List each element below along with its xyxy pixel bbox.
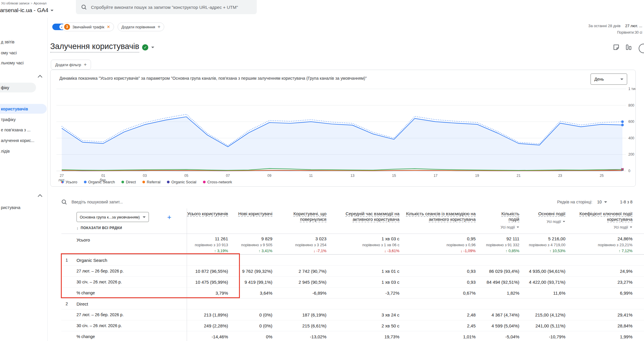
search-icon (61, 199, 67, 205)
column-header-title[interactable]: Середній час взаємодії на активного кори… (326, 211, 399, 222)
table-cell: 213 (1,89%) (187, 309, 228, 320)
table-cell: -5,04% (476, 331, 519, 341)
table-cell: 9 419 (99,1%) (228, 277, 272, 287)
table-cell: 6,99% (565, 288, 632, 298)
column-header-title[interactable]: Коефіцієнт ключової події користувача (565, 211, 632, 222)
table-cell: 5 216,00порівняно з 4 719,00↑ 10,53% (519, 236, 565, 254)
column-header-7: Основні подіїУсі події (519, 208, 565, 234)
column-header-title[interactable]: Основні події (538, 211, 565, 216)
show-all-rows-label: ПОКАЗАТИ ВСІ РЯДКИ (81, 225, 122, 231)
arrow-down-icon: ↓ (384, 249, 386, 253)
table-row[interactable]: % change3,79%3,64%-6,89%-3,72%0,67%1,82%… (61, 287, 644, 298)
sidebar-item-д-звітів[interactable]: д звітів (0, 37, 44, 47)
column-events-dropdown[interactable]: Усі події (501, 224, 519, 230)
metric-compare: порівняно з 3 254 (295, 243, 326, 247)
sidebar-item-льному-часі[interactable]: льному часі (0, 58, 44, 68)
table-row-group-header[interactable]: 1Organic Search (61, 254, 644, 265)
report-title-caret-icon[interactable] (151, 47, 154, 48)
sort-descending-icon[interactable]: ↓ (191, 211, 193, 217)
legend-item-усього[interactable]: Усього (61, 180, 77, 184)
table-row[interactable]: % change-14,46%0%-13,02%19,73%1,01%-5,04… (61, 331, 644, 341)
arrow-down-icon: ↓ (461, 249, 463, 253)
legend-label: Cross-network (207, 180, 232, 184)
property-caret-icon (51, 10, 53, 11)
sidebar-item-лідів[interactable]: лідів (0, 146, 44, 156)
collapse-section-icon[interactable] (38, 75, 43, 80)
collapse-section-icon[interactable] (38, 194, 43, 199)
global-search-input[interactable] (90, 4, 251, 10)
note-icon[interactable] (613, 44, 620, 51)
sidebar-item-алучення-корис-[interactable]: алучення корис... (0, 136, 44, 145)
table-row[interactable]: 30 січ. – 26 лют. 2026 р.249 (2,28%)0 (0… (61, 320, 644, 331)
remove-comparison-icon[interactable]: ✕ (107, 25, 110, 29)
table-pager: Рядків на сторінці: 10 1-8 з 8 (557, 195, 632, 208)
x-axis-label: 17 (434, 174, 438, 178)
breadcrumb-property[interactable]: Арсенал (34, 1, 47, 5)
global-search-bar[interactable] (76, 0, 257, 14)
channel-name: Direct (77, 301, 88, 306)
legend-dot (84, 181, 87, 183)
compare-range-label: Порівняти:30 сі (588, 30, 642, 35)
table-cell: 4 367 (4,74%) (476, 309, 519, 320)
add-dimension-button[interactable]: + (167, 214, 171, 220)
table-row[interactable]: 27 лют. – 26 бер. 2026 р.213 (1,89%)0 (0… (61, 309, 644, 320)
column-events-dropdown[interactable]: Усі події (547, 219, 565, 224)
plus-icon: + (84, 62, 87, 68)
dimension-dropdown-value: Основна група к...за умовчанням) (80, 214, 140, 220)
channels-table: Рядків на сторінці: 10 1-8 з 8 Основна г… (61, 195, 644, 341)
compare-reports-icon[interactable] (625, 44, 632, 51)
column-header-title[interactable]: Нові користувачі (238, 211, 272, 216)
legend-item-organic-social[interactable]: Organic Social (167, 180, 196, 184)
chevron-down-icon (563, 221, 565, 222)
sidebar-item-е-пов-язана-з-[interactable]: е пов'язана з ... (0, 125, 44, 135)
table-search-input[interactable] (71, 199, 220, 205)
metric-delta: ↑ 3,41% (258, 249, 272, 253)
sidebar-item-користувачів[interactable]: користувачів (0, 104, 47, 114)
add-comparison-chip[interactable]: Додати порівняння + (118, 22, 164, 31)
legend-item-referral[interactable]: Referral (142, 180, 160, 184)
breadcrumb-account[interactable]: Усі облікові записи (1, 1, 29, 5)
sidebar-item-трафіку[interactable]: трафіку (0, 115, 44, 124)
sidebar-item-ристувача[interactable]: ристувача (0, 203, 44, 212)
comparison-chip[interactable]: 3 Звичайний трафік ✕ (62, 22, 114, 31)
y-axis-label: 0 (628, 169, 630, 173)
breadcrumb[interactable]: Усі облікові записи>Арсенал (1, 1, 46, 5)
metric-compare: порівняно з 0,96 (447, 243, 476, 247)
show-all-rows-button[interactable]: ↕ ПОКАЗАТИ ВСІ РЯДКИ (77, 225, 122, 231)
legend-dot (121, 181, 124, 183)
column-header-title[interactable]: Кількість сеансів із взаємодією на актив… (399, 211, 476, 222)
legend-label: Organic Social (171, 180, 196, 184)
dimension-dropdown[interactable]: Основна група к...за умовчанням) (77, 212, 149, 222)
row-label: 30 січ. – 26 лют. 2026 р. (77, 323, 122, 328)
sidebar-item-фіку[interactable]: фіку (0, 83, 36, 92)
table-row-group-header[interactable]: 2Direct (61, 298, 644, 309)
x-axis-label: 19 (475, 174, 479, 178)
arrow-up-icon: ↑ (505, 249, 508, 253)
table-row[interactable]: 27 лют. – 26 бер. 2026 р.10 872 (96,55%)… (61, 265, 644, 276)
data-quality-badge[interactable]: ✓ (142, 44, 148, 50)
legend-item-organic-search[interactable]: Organic Search (84, 180, 115, 184)
insights-icon[interactable] (639, 44, 644, 53)
legend-item-direct[interactable]: Direct (121, 180, 136, 184)
column-header-title[interactable]: Користувачі, що повернулися (272, 211, 326, 222)
row-label: % change (77, 291, 95, 295)
column-events-dropdown[interactable]: Усі події (614, 224, 632, 230)
legend-item-cross-network[interactable]: Cross-network (203, 180, 232, 184)
row-label: 27 лют. – 26 бер. 2026 р. (77, 269, 124, 273)
totals-label-cell: Усього (61, 236, 187, 254)
chart-card: Динаміка показника "Усього користувачів"… (50, 70, 636, 187)
add-filter-button[interactable]: Додати фільтр + (51, 60, 91, 70)
table-cell: 19,73% (326, 331, 399, 341)
table-cell: 11,6% (519, 288, 565, 298)
property-switcher[interactable]: arsenal-ic.ua - GA4 (0, 7, 53, 14)
table-row[interactable]: 30 січ. – 26 лют. 2026 р.10 475 (95,99%)… (61, 276, 644, 287)
date-range-selector[interactable]: За останні 28 днів27 лют. ... Порівняти:… (588, 24, 642, 35)
sidebar-item-ому-часі[interactable]: ому часі (0, 48, 44, 58)
column-header-6: Кількість подійУсі події (476, 208, 519, 234)
rows-per-page-dropdown[interactable]: 10 (597, 200, 607, 204)
chevron-down-icon (630, 227, 632, 228)
column-header-title[interactable]: Кількість подій (492, 211, 519, 222)
property-title: arsenal-ic.ua - GA4 (0, 7, 48, 14)
metric-compare: порівняно з 23,21% (598, 243, 632, 247)
arrow-down-icon: ↓ (313, 249, 316, 253)
